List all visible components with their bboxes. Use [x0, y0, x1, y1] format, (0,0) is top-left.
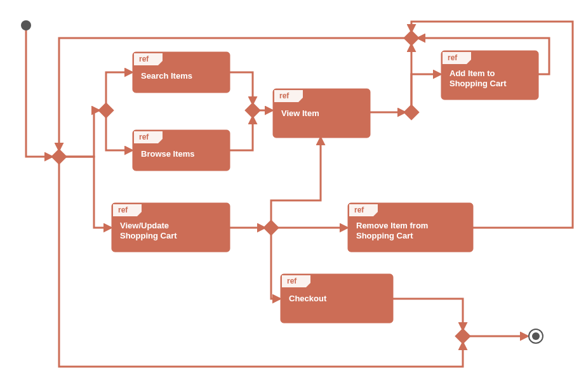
edge-search-d3 [230, 72, 253, 104]
edge-d6-checkout [271, 234, 280, 299]
ref-tag: ref [354, 206, 364, 214]
ref-tag: ref [279, 91, 290, 100]
decision-d1 [51, 148, 67, 164]
edge-browse-d3 [230, 117, 253, 150]
svg-rect-6 [455, 328, 470, 344]
ref-tag: ref [448, 53, 458, 62]
ref-view-cart: ref View/Update Shopping Cart [112, 203, 230, 252]
decision-d4 [403, 104, 419, 120]
ref-label: View Item [281, 108, 319, 118]
ref-label-line1: View/Update [120, 221, 169, 230]
decision-d7 [455, 328, 470, 344]
ref-view-item: ref View Item [273, 89, 370, 138]
ref-label: Checkout [289, 294, 327, 303]
svg-rect-3 [403, 104, 419, 120]
ref-label: Search Items [141, 71, 192, 81]
ref-label-line2: Shopping Cart [449, 79, 507, 88]
edge-d1-d2 [66, 110, 99, 157]
edge-d2-browse [106, 117, 132, 150]
edge-d4-add [411, 74, 441, 106]
activity-diagram: ref Search Items ref Browse Items ref Vi… [0, 0, 586, 392]
svg-rect-5 [263, 219, 279, 235]
edge-d1-d7 [59, 163, 463, 367]
edge-d1-viewcart [66, 157, 111, 228]
decision-d5 [403, 30, 419, 46]
svg-rect-0 [51, 148, 67, 164]
ref-label: Browse Items [141, 149, 195, 159]
svg-point-8 [532, 332, 540, 340]
svg-rect-1 [98, 102, 114, 118]
ref-tag: ref [139, 55, 149, 63]
ref-add-item: ref Add Item to Shopping Cart [441, 51, 538, 100]
ref-browse-items: ref Browse Items [133, 130, 230, 171]
edge-checkout-d7 [393, 299, 463, 330]
ref-label-line2: Shopping Cart [120, 231, 177, 240]
svg-rect-2 [244, 102, 260, 118]
decision-d2 [98, 102, 114, 118]
initial-node [21, 20, 31, 30]
final-node [529, 329, 543, 343]
ref-label-line1: Remove Item from [356, 221, 428, 230]
ref-tag: ref [118, 206, 128, 214]
ref-label-line1: Add Item to [449, 69, 495, 78]
edge-d2-search [106, 72, 132, 104]
edge-d6-viewitem [271, 138, 321, 221]
decision-d6 [263, 219, 279, 235]
svg-rect-4 [403, 30, 419, 46]
decision-d3 [244, 102, 260, 118]
ref-search-items: ref Search Items [133, 52, 230, 93]
ref-tag: ref [287, 277, 297, 285]
ref-label-line2: Shopping Cart [356, 231, 413, 240]
ref-remove-item: ref Remove Item from Shopping Cart [348, 203, 473, 252]
ref-checkout: ref Checkout [281, 274, 393, 323]
ref-tag: ref [139, 133, 149, 141]
edge-init-d1 [26, 29, 52, 157]
